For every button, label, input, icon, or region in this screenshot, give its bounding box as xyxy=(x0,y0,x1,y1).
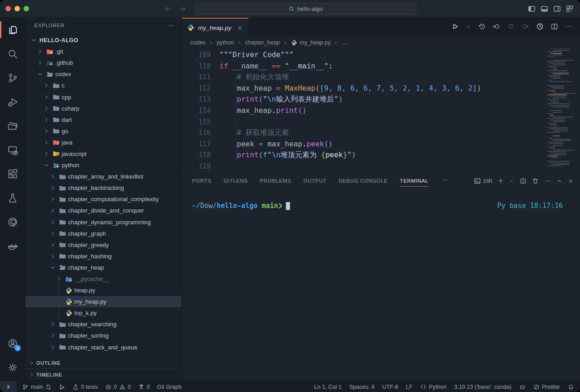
tree-item-chapter-hashing[interactable]: chapter_hashing xyxy=(25,251,181,262)
code-line-118[interactable]: 118 print(f"\n堆顶元素为 {peek}") xyxy=(182,150,580,161)
status-item-0-tests[interactable]: 0 tests xyxy=(72,384,98,390)
panel-more-icon[interactable] xyxy=(442,177,449,185)
layout-customize-icon[interactable] xyxy=(566,5,574,13)
status-item-lf[interactable]: LF xyxy=(406,384,413,390)
status-item-spaces-4[interactable]: Spaces: 4 xyxy=(349,384,375,390)
tree-item-chapter-searching[interactable]: chapter_searching xyxy=(25,319,181,330)
code-line-112[interactable]: 112 max_heap = MaxHeap([9, 8, 6, 6, 7, 5… xyxy=(182,83,580,94)
panel-tab-ports[interactable]: PORTS xyxy=(192,172,211,190)
breadcrumb-item[interactable]: ... xyxy=(342,39,346,46)
launch-profile-chevron-icon[interactable] xyxy=(509,179,514,184)
status-item-utf-8[interactable]: UTF-8 xyxy=(382,384,398,390)
status-item-0[interactable]: 0 xyxy=(138,384,150,390)
panel-tab-terminal[interactable]: TERMINAL xyxy=(400,172,429,190)
tree-item-codes[interactable]: codes xyxy=(25,68,181,80)
next-change-icon[interactable] xyxy=(522,23,529,32)
chevron-down-icon[interactable] xyxy=(466,23,471,31)
code-line-119[interactable]: 119 xyxy=(182,161,580,171)
status-item[interactable] xyxy=(519,384,526,390)
code-line-113[interactable]: 113 print("\n输入列表并建堆后") xyxy=(182,94,580,105)
tree-item-go[interactable]: go xyxy=(25,126,181,137)
panel-views-more-icon[interactable] xyxy=(544,178,551,184)
tab-my-heap[interactable]: my_heap.py xyxy=(182,18,249,37)
section-timeline[interactable]: TIMELINE xyxy=(25,368,181,380)
tree-item-chapter-computational-complexity[interactable]: chapter_computational_complexity xyxy=(25,194,181,205)
activity-explorer[interactable] xyxy=(0,18,25,42)
activity-accounts[interactable]: 1 xyxy=(0,331,25,355)
code-line-111[interactable]: 111 # 初始化大顶堆 xyxy=(182,72,580,83)
status-item-0[interactable]: 00 xyxy=(105,384,131,390)
terminal[interactable]: ~/Dow/hello-algo main Py base 18:17:16 xyxy=(182,190,580,380)
tree-item-python[interactable]: python xyxy=(25,160,181,171)
history-icon[interactable] xyxy=(478,23,486,32)
close-panel-icon[interactable] xyxy=(568,178,574,184)
tree-item-javascript[interactable]: JSjavascript xyxy=(25,148,181,160)
tree-root-hello-algo[interactable]: HELLO-ALGO xyxy=(25,34,181,46)
close-icon[interactable] xyxy=(237,25,243,31)
panel-tab-debug-console[interactable]: DEBUG CONSOLE xyxy=(338,172,387,190)
activity-github[interactable] xyxy=(0,210,25,234)
activity-docker[interactable] xyxy=(0,234,25,258)
tree-item-csharp[interactable]: csharp xyxy=(25,103,181,114)
status-item-main[interactable]: main xyxy=(22,384,52,390)
panel-tab-gitlens[interactable]: GITLENS xyxy=(223,172,247,190)
panel-tab-output[interactable]: OUTPUT xyxy=(304,172,327,190)
tree-item-top-k-py[interactable]: top_k.py xyxy=(25,307,181,319)
terminal-shell-selector[interactable]: zsh xyxy=(474,178,492,184)
maximize-panel-icon[interactable] xyxy=(556,178,562,184)
activity-folder-library[interactable] xyxy=(0,114,25,138)
code-line-117[interactable]: 117 peek = max_heap.peek() xyxy=(182,139,580,150)
activity-remote-explorer[interactable] xyxy=(0,138,25,162)
tree-item-dart[interactable]: dart xyxy=(25,114,181,126)
code-line-109[interactable]: 109"""Driver Code""" xyxy=(182,49,580,61)
new-terminal-icon[interactable] xyxy=(498,178,504,184)
command-center-search[interactable]: hello-algo xyxy=(195,3,416,15)
tree-item--pycache-[interactable]: __pycache__ xyxy=(25,273,181,285)
back-arrow-icon[interactable] xyxy=(164,5,172,13)
tree-item-cpp[interactable]: cpp xyxy=(25,91,181,102)
layout-sidebar-right-icon[interactable] xyxy=(553,5,561,13)
prev-change-icon[interactable] xyxy=(493,23,500,32)
tree-item--github[interactable]: .github xyxy=(25,57,181,68)
status-item-git-graph[interactable]: Git Graph xyxy=(157,384,182,390)
section-outline[interactable]: OUTLINE xyxy=(25,357,181,368)
tree-item-chapter-heap[interactable]: chapter_heap xyxy=(25,262,181,273)
panel-tab-problems[interactable]: PROBLEMS xyxy=(260,172,291,190)
code-line-114[interactable]: 114 max_heap.print() xyxy=(182,105,580,116)
sidebar-more-icon[interactable] xyxy=(168,22,175,29)
status-item-3-10-13-base-conda-[interactable]: 3.10.13 ('base': conda) xyxy=(454,384,511,390)
zoom-window-button[interactable] xyxy=(24,6,29,11)
status-item-python[interactable]: Python xyxy=(420,384,446,390)
activity-testing[interactable] xyxy=(0,186,25,210)
split-terminal-icon[interactable] xyxy=(520,178,527,184)
kill-terminal-icon[interactable] xyxy=(532,178,539,184)
tree-item--git[interactable]: .git xyxy=(25,46,181,57)
heatmap-clock-icon[interactable] xyxy=(536,23,544,32)
tree-item-chapter-dynamic-programming[interactable]: chapter_dynamic_programming xyxy=(25,217,181,228)
circle-icon[interactable] xyxy=(507,23,515,32)
forward-arrow-icon[interactable] xyxy=(179,5,187,13)
code-editor[interactable]: 109"""Driver Code"""110if __name__ == "_… xyxy=(182,48,580,171)
tree-item-chapter-array-and-linkedlist[interactable]: chapter_array_and_linkedlist xyxy=(25,171,181,182)
tree-item-java[interactable]: java xyxy=(25,137,181,148)
layout-sidebar-left-icon[interactable] xyxy=(528,5,536,13)
close-window-button[interactable] xyxy=(5,6,11,11)
status-item-prettier[interactable]: Prettier xyxy=(533,384,560,390)
tree-item-my-heap-py[interactable]: my_heap.py xyxy=(25,296,181,307)
breadcrumb-item[interactable]: chapter_heap xyxy=(245,39,280,46)
breadcrumb-item[interactable]: my_heap.py xyxy=(291,39,330,46)
status-item[interactable] xyxy=(568,384,574,390)
tree-item-c[interactable]: c xyxy=(25,80,181,91)
code-line-116[interactable]: 116 # 获取堆顶元素 xyxy=(182,127,580,139)
minimap[interactable] xyxy=(547,48,576,167)
activity-source-control[interactable] xyxy=(0,66,25,90)
tree-item-chapter-divide-and-conquer[interactable]: chapter_divide_and_conquer xyxy=(25,205,181,216)
tree-item-chapter-graph[interactable]: chapter_graph xyxy=(25,228,181,239)
status-item-ln-1-col-1[interactable]: Ln 1, Col 1 xyxy=(314,384,341,390)
remote-indicator-icon[interactable] xyxy=(0,381,17,392)
breadcrumb-item[interactable]: codes xyxy=(190,39,205,46)
activity-settings[interactable] xyxy=(0,355,25,379)
tree-item-chapter-backtracking[interactable]: chapter_backtracking xyxy=(25,182,181,194)
play-icon[interactable] xyxy=(451,23,459,32)
activity-extensions[interactable] xyxy=(0,162,25,186)
